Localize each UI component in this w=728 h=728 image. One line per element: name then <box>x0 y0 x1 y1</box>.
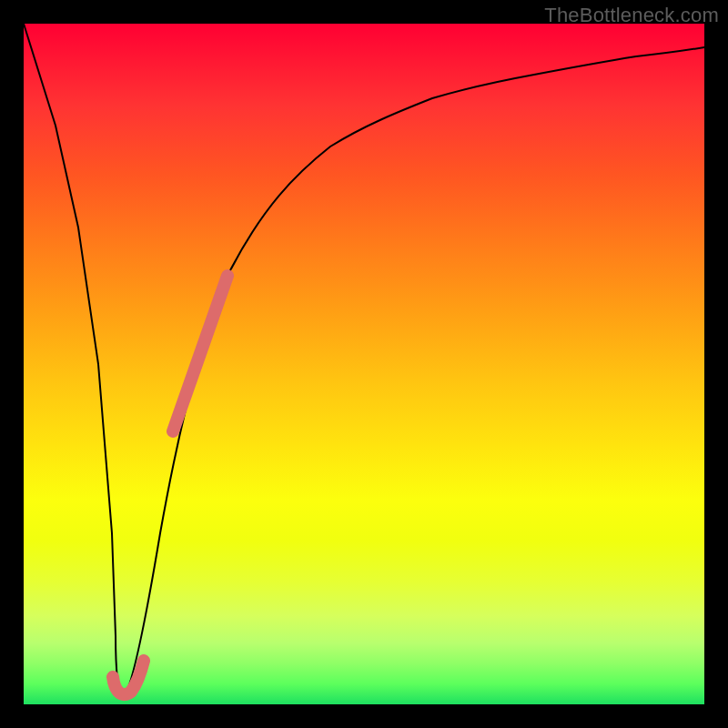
curve-layer <box>24 24 704 704</box>
marker-hook <box>113 661 144 694</box>
chart-frame: TheBottleneck.com <box>0 0 728 728</box>
bottleneck-curve <box>24 24 704 699</box>
marker-band <box>173 276 228 431</box>
plot-area <box>24 24 704 704</box>
